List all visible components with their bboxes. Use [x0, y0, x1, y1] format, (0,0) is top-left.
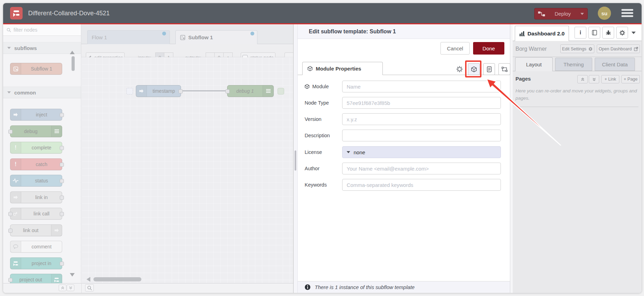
wire[interactable] [182, 90, 228, 91]
settings-tab-button[interactable] [616, 27, 628, 39]
output-port [60, 262, 64, 266]
tab-flow-1[interactable]: Flow 1 [87, 30, 170, 44]
tab-client-data[interactable]: Client Data [595, 58, 635, 71]
canvas-node-label: timestamp [147, 85, 181, 97]
main-menu-button[interactable] [621, 9, 633, 17]
license-select[interactable]: none [342, 146, 501, 158]
user-avatar[interactable]: su [598, 7, 611, 20]
flow-canvas[interactable]: timestamp debug 1 [81, 57, 293, 283]
subflow-tab-icon [180, 35, 185, 40]
palette-filter[interactable]: filter nodes [3, 24, 81, 36]
palette-node-label: debug [10, 126, 51, 137]
subflow-input-stub[interactable] [126, 88, 133, 94]
canvas-scroll-left-icon[interactable] [86, 277, 90, 282]
palette-node-link-call[interactable]: link call [10, 208, 62, 220]
debug-tab-button[interactable] [602, 27, 614, 39]
module-input[interactable] [342, 81, 501, 92]
palette-scroll-down-icon[interactable] [70, 273, 75, 277]
sidebar-divider [513, 57, 642, 57]
add-page-button[interactable]: + Page [621, 75, 640, 83]
palette-node-project-in[interactable]: project in [10, 257, 62, 269]
expand-all-pages-button[interactable] [589, 75, 599, 83]
flow-changed-dot [162, 32, 166, 35]
pages-section-title: Pages [515, 73, 531, 84]
help-tab-button[interactable] [588, 27, 600, 39]
palette-node-debug[interactable]: debug [10, 125, 62, 137]
tab-module-properties[interactable]: Module Properties [302, 62, 383, 75]
external-link-icon [634, 47, 638, 51]
description-field-label: Description [305, 130, 341, 141]
debug-icon [263, 85, 273, 97]
palette-node-link-in[interactable]: link in [10, 191, 62, 203]
palette-node-complete[interactable]: ! complete [10, 142, 62, 154]
node-palette: filter nodes subflows Subflow 1 common d… [3, 24, 81, 283]
keywords-field-label: Keywords [305, 179, 341, 191]
sidebar-menu-caret-icon[interactable] [631, 32, 636, 34]
palette-node-label: link out [10, 225, 51, 236]
sidebar-resize-handle[interactable] [510, 24, 513, 293]
open-dashboard-button[interactable]: Open Dashboard [597, 44, 640, 53]
palette-collapse-all-button[interactable] [59, 285, 66, 291]
appearance-button[interactable] [498, 63, 510, 75]
palette-node-link-out[interactable]: link out [10, 224, 62, 236]
zoom-button[interactable] [85, 284, 94, 291]
output-port[interactable] [179, 89, 183, 93]
bar-chart-icon [519, 31, 525, 36]
annotation-highlight-box [465, 60, 481, 77]
palette-category-common[interactable]: common [3, 87, 81, 98]
tab-label: Module Properties [316, 66, 361, 72]
info-tab-button[interactable]: i [575, 27, 586, 39]
module-field-label: Module [305, 81, 341, 92]
book-icon [592, 30, 597, 35]
palette-node-catch[interactable]: ! catch [10, 158, 62, 170]
right-sidebar: Dashboard 2.0 i Borg Warner Edit Setting… [513, 24, 642, 293]
project-out-icon [51, 274, 62, 283]
palette-expand-all-button[interactable] [67, 285, 74, 291]
palette-node-comment[interactable]: comment [10, 241, 62, 253]
subflow-output-stub[interactable] [278, 88, 284, 94]
cube-icon [305, 84, 309, 89]
palette-scroll-up-icon[interactable] [70, 51, 75, 54]
subflow-changed-dot [250, 32, 254, 35]
canvas-hscrollbar-thumb[interactable] [93, 277, 141, 281]
pages-divider [515, 107, 638, 107]
output-port [60, 179, 64, 183]
done-button[interactable]: Done [473, 42, 504, 55]
collapse-all-pages-button[interactable] [577, 75, 588, 83]
edit-settings-button[interactable]: Edit Settings [560, 44, 594, 53]
version-input[interactable] [342, 113, 501, 125]
add-link-button[interactable]: + Link [601, 75, 619, 83]
deploy-caret-icon[interactable] [580, 13, 584, 15]
palette-scrollbar-thumb[interactable] [72, 56, 75, 71]
palette-category-subflows[interactable]: subflows [3, 42, 81, 54]
edit-properties-gear-icon[interactable] [456, 66, 463, 73]
tab-theming[interactable]: Theming [555, 58, 592, 71]
description-button[interactable] [483, 63, 495, 75]
cancel-button[interactable]: Cancel [440, 42, 470, 55]
tab-dashboard-2[interactable]: Dashboard 2.0 [515, 26, 569, 41]
deploy-button[interactable]: Deploy [534, 8, 588, 19]
palette-node-inject[interactable]: debug inject [10, 109, 62, 121]
palette-node-subflow-1[interactable]: Subflow 1 [10, 63, 62, 75]
tray-resize-handle[interactable] [294, 24, 298, 293]
tray-resize-thumb[interactable] [295, 150, 296, 171]
input-port[interactable] [225, 89, 230, 93]
tab-layout[interactable]: Layout [515, 57, 553, 71]
palette-node-label: link in [21, 192, 62, 203]
catch-icon: ! [10, 159, 21, 170]
tab-subflow-1[interactable]: Subflow 1 [175, 30, 257, 44]
palette-node-label: comment [21, 241, 62, 252]
description-input[interactable] [342, 130, 501, 141]
palette-node-status[interactable]: status [10, 175, 62, 187]
subflow-icon [10, 63, 21, 74]
canvas-node-debug-1[interactable]: debug 1 [227, 85, 274, 97]
keywords-input[interactable] [342, 179, 501, 191]
author-input[interactable] [342, 163, 501, 174]
canvas-node-timestamp[interactable]: timestamp [136, 85, 181, 97]
palette-node-project-out[interactable]: project out [10, 274, 62, 283]
node-red-logo-icon [10, 7, 23, 19]
tab-label: Flow 1 [92, 34, 107, 40]
info-icon: i [580, 30, 581, 36]
node-type-input[interactable] [342, 97, 501, 109]
complete-icon: ! [10, 142, 21, 153]
